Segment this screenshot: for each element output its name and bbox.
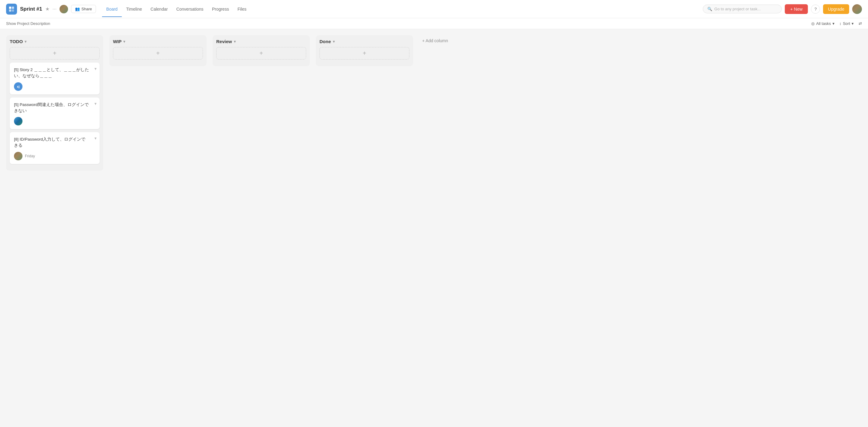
- column-todo-title-text: TODO: [10, 39, 23, 44]
- svg-rect-3: [12, 9, 14, 11]
- all-tasks-label: All tasks: [816, 21, 831, 26]
- card-password-wrong-expand-icon[interactable]: ▾: [94, 101, 97, 106]
- sub-header-right: ◎ All tasks ▾ ↕ Sort ▾ ⇄: [811, 21, 862, 26]
- header-right: 🔍 Go to any project or task... + New ? U…: [703, 4, 862, 14]
- add-column-label: + Add column: [422, 38, 448, 43]
- new-button[interactable]: + New: [785, 4, 808, 14]
- add-column-button[interactable]: + Add column: [419, 35, 451, 46]
- card-story2-footer: xj: [14, 82, 95, 91]
- sort-label: Sort: [843, 21, 850, 26]
- all-tasks-filter[interactable]: ◎ All tasks ▾: [811, 21, 834, 26]
- share-icon: 👥: [75, 7, 80, 11]
- header-left: Sprint #1 ★ ··· 👥 Share Board Timeline C…: [6, 4, 703, 14]
- card-login-due-date: Friday: [25, 154, 35, 158]
- card-login-expand-icon[interactable]: ▾: [94, 136, 97, 141]
- card-password-wrong: ▾ [5] Password間違えた場合、ログインできない: [10, 97, 100, 129]
- card-story2-expand-icon[interactable]: ▾: [94, 66, 97, 71]
- sort-button[interactable]: ↕ Sort ▾: [839, 21, 854, 26]
- user-avatar[interactable]: [852, 4, 862, 14]
- card-story2: ▾ [5] Story 2 ＿＿＿として、＿＿＿がしたい、なぜなら＿＿＿ xj: [10, 63, 100, 94]
- star-icon[interactable]: ★: [45, 6, 50, 12]
- svg-rect-1: [12, 6, 14, 8]
- sort-chevron-icon: ▾: [851, 21, 854, 26]
- column-review-title[interactable]: Review ▾: [216, 39, 236, 44]
- new-button-label: New: [794, 7, 802, 11]
- card-login-title: [8] ID/Password入力して、ログインできる: [14, 136, 95, 149]
- sort-icon: ↕: [839, 21, 842, 26]
- card-login-assignee-avatar: [14, 152, 23, 160]
- column-todo: TODO ▾ + ▾ [5] Story 2 ＿＿＿として、＿＿＿がしたい、なぜ…: [6, 35, 103, 171]
- share-label: Share: [82, 7, 92, 11]
- board: TODO ▾ + ▾ [5] Story 2 ＿＿＿として、＿＿＿がしたい、なぜ…: [0, 29, 868, 420]
- card-story2-assignee-initials: xj: [17, 85, 20, 88]
- project-avatar: [60, 5, 68, 13]
- help-label: ?: [814, 7, 817, 11]
- column-wip-title[interactable]: WIP ▾: [113, 39, 125, 44]
- column-review-chevron-icon: ▾: [234, 39, 236, 44]
- card-password-wrong-footer: [14, 117, 95, 125]
- tab-progress[interactable]: Progress: [208, 4, 233, 14]
- svg-rect-0: [9, 6, 11, 8]
- card-password-wrong-assignee-avatar: [14, 117, 23, 125]
- card-story2-title: [5] Story 2 ＿＿＿として、＿＿＿がしたい、なぜなら＿＿＿: [14, 67, 95, 79]
- search-box[interactable]: 🔍 Go to any project or task...: [703, 5, 782, 13]
- sub-header: Show Project Description ◎ All tasks ▾ ↕…: [0, 18, 868, 29]
- column-wip: WIP ▾ +: [109, 35, 207, 66]
- svg-rect-2: [9, 9, 11, 11]
- column-wip-chevron-icon: ▾: [123, 39, 125, 44]
- tab-timeline[interactable]: Timeline: [122, 4, 146, 14]
- all-tasks-chevron-icon: ▾: [833, 21, 835, 26]
- share-button[interactable]: 👥 Share: [71, 5, 96, 13]
- column-done-chevron-icon: ▾: [333, 39, 335, 44]
- tab-board[interactable]: Board: [102, 4, 122, 14]
- tab-calendar[interactable]: Calendar: [146, 4, 172, 14]
- nav-tabs: Board Timeline Calendar Conversations Pr…: [102, 4, 251, 14]
- column-todo-header: TODO ▾: [10, 39, 100, 44]
- column-review-header: Review ▾: [216, 39, 306, 44]
- column-done: Done ▾ +: [316, 35, 413, 66]
- column-done-title-text: Done: [319, 39, 331, 44]
- app-logo-icon: [8, 6, 15, 12]
- header: Sprint #1 ★ ··· 👥 Share Board Timeline C…: [0, 0, 868, 18]
- add-card-wip-button[interactable]: +: [113, 47, 203, 60]
- help-button[interactable]: ?: [811, 5, 820, 14]
- column-review: Review ▾ +: [213, 35, 310, 66]
- new-button-plus: +: [790, 7, 793, 11]
- column-wip-title-text: WIP: [113, 39, 122, 44]
- card-login-footer: Friday: [14, 152, 95, 160]
- add-card-done-button[interactable]: +: [319, 47, 409, 60]
- card-password-wrong-title: [5] Password間違えた場合、ログインできない: [14, 102, 95, 114]
- card-login: ▾ [8] ID/Password入力して、ログインできる Friday: [10, 132, 100, 164]
- column-done-header: Done ▾: [319, 39, 409, 44]
- search-icon: 🔍: [707, 7, 712, 11]
- add-card-todo-button[interactable]: +: [10, 47, 100, 60]
- add-card-review-button[interactable]: +: [216, 47, 306, 60]
- search-placeholder: Go to any project or task...: [714, 7, 761, 11]
- column-todo-title[interactable]: TODO ▾: [10, 39, 26, 44]
- card-story2-assignee-avatar: xj: [14, 82, 23, 91]
- tab-files[interactable]: Files: [233, 4, 251, 14]
- project-title: Sprint #1: [20, 6, 42, 12]
- more-options-icon[interactable]: ···: [53, 6, 57, 12]
- column-review-title-text: Review: [216, 39, 232, 44]
- view-options-button[interactable]: ⇄: [859, 21, 862, 26]
- show-project-description[interactable]: Show Project Description: [6, 21, 50, 26]
- app-icon[interactable]: [6, 4, 17, 14]
- filter-circle-icon: ◎: [811, 21, 814, 26]
- column-todo-chevron-icon: ▾: [25, 39, 26, 44]
- upgrade-button[interactable]: Upgrade: [823, 4, 849, 14]
- sliders-icon: ⇄: [859, 21, 862, 26]
- column-done-title[interactable]: Done ▾: [319, 39, 335, 44]
- tab-conversations[interactable]: Conversations: [172, 4, 208, 14]
- column-wip-header: WIP ▾: [113, 39, 203, 44]
